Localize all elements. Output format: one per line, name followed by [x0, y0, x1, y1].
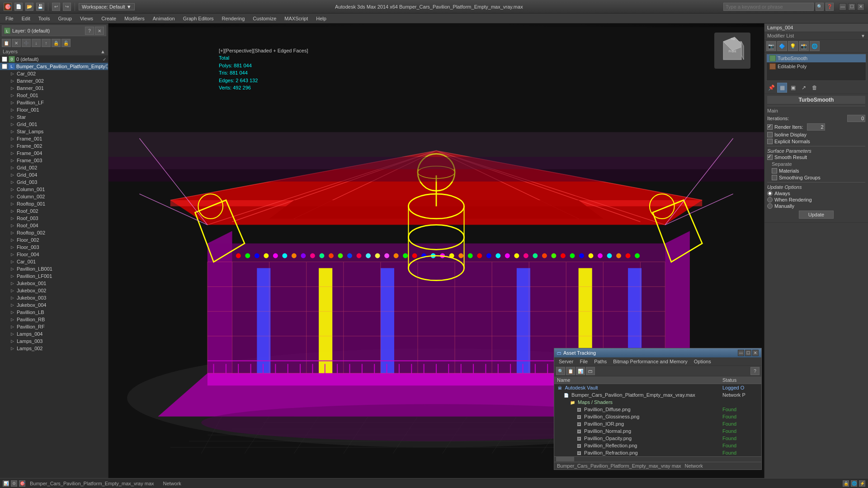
when-rendering-radio[interactable] — [767, 197, 773, 202]
list-item[interactable]: ▷ Floor_004 — [7, 251, 108, 258]
list-item[interactable]: ▷ Roof_002 — [7, 207, 108, 215]
at-menu-file[interactable]: File — [577, 358, 590, 365]
menu-tools[interactable]: Tools — [35, 15, 54, 22]
search-input[interactable] — [723, 3, 814, 11]
at-row-file[interactable]: 📄 Bumper_Cars_Pavilion_Platform_Empty_ma… — [554, 391, 761, 399]
menu-edit[interactable]: Edit — [18, 15, 34, 22]
list-item[interactable]: ▷ Star — [7, 113, 108, 121]
list-item[interactable]: ▷ Jukebox_002 — [7, 287, 108, 294]
list-item[interactable]: ▷ Pavillion_LB001 — [7, 265, 108, 272]
menu-file[interactable]: File — [2, 15, 17, 22]
search-btn[interactable]: 🔍 — [816, 3, 824, 11]
at-tool-help[interactable]: ? — [750, 367, 760, 375]
at-row-map-1[interactable]: 🖼 Pavillion_Diffuse.png Found — [554, 406, 761, 413]
at-maximize-btn[interactable]: ☐ — [745, 350, 751, 356]
close-btn[interactable]: ✕ — [857, 3, 864, 10]
mod-show-end-icon[interactable]: ▣ — [788, 83, 798, 93]
statusbar-icon-3[interactable]: 🎯 — [19, 480, 25, 487]
layer-tool-lock[interactable]: 🔒 — [52, 39, 61, 47]
save-file-btn[interactable]: 💾 — [36, 3, 44, 11]
list-item[interactable]: ▷ Pavillion_LB — [7, 309, 108, 316]
menu-group[interactable]: Group — [54, 15, 75, 22]
at-tool-2[interactable]: 📋 — [566, 367, 575, 375]
at-row-map-7[interactable]: 🖼 Pavillion_Refraction.png Found — [554, 449, 761, 456]
list-item[interactable]: ▷ Column_002 — [7, 193, 108, 200]
at-row-map-3[interactable]: 🖼 Pavillion_IOR.png Found — [554, 420, 761, 427]
rp-icon-helper[interactable]: 🌐 — [810, 41, 820, 51]
help-icon-btn[interactable]: ❓ — [826, 3, 834, 11]
menu-maxscript[interactable]: MAXScript — [281, 15, 311, 22]
smooth-result-checkbox[interactable] — [767, 155, 773, 160]
at-tool-1[interactable]: 🔍 — [556, 367, 565, 375]
maximize-btn[interactable]: ☐ — [848, 3, 855, 10]
list-item[interactable]: ▷ Frame_003 — [7, 157, 108, 164]
update-button[interactable]: Update — [799, 211, 834, 219]
menu-graph-editors[interactable]: Graph Editors — [179, 15, 217, 22]
mod-pin-icon[interactable]: 📌 — [766, 83, 776, 93]
isoline-checkbox[interactable] — [767, 132, 773, 137]
list-item[interactable]: ▷ Lamps_002 — [7, 345, 108, 352]
always-radio[interactable] — [767, 191, 773, 196]
mod-show-result-icon[interactable]: ↗ — [799, 83, 809, 93]
list-item[interactable]: ▷ Grid_003 — [7, 178, 108, 186]
list-item[interactable]: ▷ Floor_003 — [7, 244, 108, 251]
statusbar-icon-2[interactable]: ⚙ — [11, 480, 17, 487]
menu-create[interactable]: Create — [98, 15, 120, 22]
at-scrollbar[interactable] — [554, 456, 761, 462]
at-row-map-5[interactable]: 🖼 Pavillion_Opacity.png Found — [554, 435, 761, 442]
layer-tool-up[interactable]: ↑ — [42, 39, 51, 47]
at-minimize-btn[interactable]: — — [738, 350, 744, 356]
open-file-btn[interactable]: 📂 — [25, 3, 33, 11]
mod-delete-icon[interactable]: 🗑 — [810, 83, 820, 93]
viewport-gizmo[interactable]: Front Top — [714, 33, 750, 69]
render-iters-input[interactable] — [807, 123, 825, 131]
layer-tool-2[interactable]: ✕ — [12, 39, 21, 47]
at-row-vault[interactable]: 🏛 Autodesk Vault Logged O — [554, 384, 761, 391]
list-item[interactable]: ▷ Lamps_004 — [7, 330, 108, 338]
mod-show-icon[interactable]: ▦ — [777, 83, 787, 93]
menu-rendering[interactable]: Rendering — [218, 15, 249, 22]
at-row-map-2[interactable]: 🖼 Pavillion_Glossiness.png Found — [554, 413, 761, 420]
menu-modifiers[interactable]: Modifiers — [121, 15, 148, 22]
menu-help[interactable]: Help — [312, 15, 330, 22]
layer-vis-checkbox[interactable] — [2, 56, 7, 62]
rp-icon-camera[interactable]: 📸 — [799, 41, 809, 51]
list-item[interactable]: ▷ Pavillion_RF — [7, 323, 108, 330]
explicit-normals-checkbox[interactable] — [767, 139, 773, 144]
rp-icon-light[interactable]: 💡 — [788, 41, 798, 51]
manually-radio[interactable] — [767, 203, 773, 209]
list-item[interactable]: ▷ Car_002 — [7, 70, 108, 77]
layer-close-btn[interactable]: ✕ — [95, 27, 104, 35]
render-iters-checkbox[interactable] — [767, 124, 773, 130]
list-item[interactable]: ▷ Jukebox_003 — [7, 294, 108, 301]
at-menu-paths[interactable]: Paths — [591, 358, 609, 365]
list-item[interactable]: ▷ Banner_001 — [7, 84, 108, 92]
list-item[interactable]: ▷ Banner_002 — [7, 77, 108, 84]
list-item[interactable]: ▷ Rooftop_001 — [7, 200, 108, 207]
redo-btn[interactable]: ↪ — [63, 3, 71, 11]
at-menu-server[interactable]: Server — [556, 358, 576, 365]
at-menu-bitmap[interactable]: Bitmap Performance and Memory — [610, 358, 690, 365]
list-item[interactable]: ▷ Column_001 — [7, 186, 108, 193]
list-item[interactable]: ▷ Floor_001 — [7, 106, 108, 113]
list-item[interactable]: ▷ Star_Lamps — [7, 128, 108, 135]
list-item[interactable]: ▷ Floor_002 — [7, 236, 108, 244]
list-item[interactable]: ▷ Pavillion_RB — [7, 316, 108, 323]
list-item[interactable]: ▷ Pavillion_LF001 — [7, 272, 108, 280]
list-item[interactable]: ▷ Roof_001 — [7, 92, 108, 99]
at-scroll-thumb[interactable] — [556, 457, 574, 461]
statusbar-right-icon-1[interactable]: 🔒 — [843, 480, 849, 487]
statusbar-right-icon-3[interactable]: ⚡ — [859, 480, 865, 487]
undo-btn[interactable]: ↩ — [52, 3, 60, 11]
statusbar-icon-1[interactable]: 📊 — [3, 480, 9, 487]
menu-animation[interactable]: Animation — [149, 15, 179, 22]
at-tool-4[interactable]: 🗃 — [586, 367, 595, 375]
list-item[interactable]: ▷ Pavillion_LF — [7, 99, 108, 106]
menu-customize[interactable]: Customize — [249, 15, 280, 22]
list-item[interactable]: ▷ Roof_003 — [7, 215, 108, 222]
layer-tool-unlock[interactable]: 🔓 — [61, 39, 71, 47]
at-row-map-4[interactable]: 🖼 Pavillion_Normal.png Found — [554, 427, 761, 435]
smoothing-groups-checkbox[interactable] — [772, 175, 777, 180]
at-row-maps-shaders[interactable]: 📁 Maps / Shaders — [554, 399, 761, 406]
rp-icon-shape[interactable]: 🔷 — [777, 41, 787, 51]
